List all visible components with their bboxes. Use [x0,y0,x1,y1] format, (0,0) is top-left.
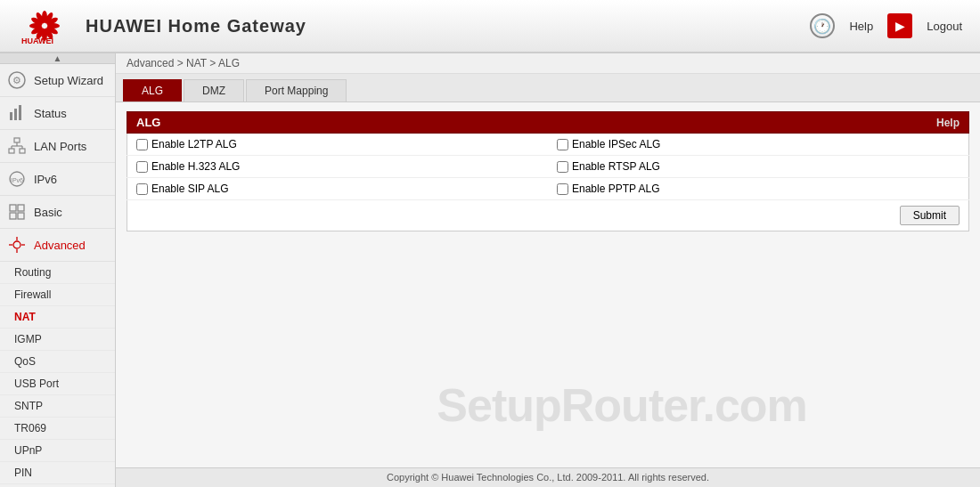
svg-rect-27 [10,205,16,211]
alg-container: ALG Help Enable L2TP ALG [127,111,969,231]
huawei-logo: HUAWEI [18,6,71,45]
svg-rect-20 [20,149,25,153]
sidebar-item-status[interactable]: Status [0,97,115,130]
svg-rect-29 [10,213,16,219]
sip-label: Enable SIP ALG [136,183,539,195]
svg-point-31 [13,241,20,248]
alg-cell-ipsec: Enable IPSec ALG [548,134,969,156]
tabs: ALG DMZ Port Mapping [116,74,980,102]
alg-cell-l2tp: Enable L2TP ALG [127,134,549,156]
wizard-icon: ⚙ [7,70,27,90]
basic-icon [7,202,27,222]
sidebar-sub-qos[interactable]: QoS [0,351,115,373]
advanced-icon [7,235,27,255]
sidebar-sub-tr069[interactable]: TR069 [0,418,115,440]
svg-rect-16 [14,109,17,120]
ipsec-label: Enable IPSec ALG [557,138,960,150]
svg-rect-17 [19,105,21,120]
l2tp-label: Enable L2TP ALG [136,138,539,150]
submit-row: Submit [127,200,969,231]
svg-rect-28 [18,205,24,211]
sidebar-item-setup-wizard[interactable]: ⚙ Setup Wizard [0,64,115,97]
logout-icon: ▶ [887,13,912,38]
alg-table: Enable L2TP ALG Enable IPSec ALG [127,134,969,231]
sidebar-sub-usb-port[interactable]: USB Port [0,373,115,395]
logout-button[interactable]: Logout [927,20,962,33]
help-button[interactable]: Help [849,20,873,33]
sidebar-sub-sntp[interactable]: SNTP [0,395,115,418]
alg-help-label: Help [936,117,960,129]
footer: Copyright © Huawei Technologies Co., Ltd… [116,467,980,487]
svg-rect-18 [14,138,20,142]
alg-cell-h323: Enable H.323 ALG [127,156,549,178]
tab-port-mapping[interactable]: Port Mapping [246,79,347,101]
svg-rect-19 [9,149,14,153]
svg-rect-30 [18,213,24,219]
sidebar-item-lan-ports[interactable]: LAN Ports [0,130,115,163]
sidebar-sub-igmp[interactable]: IGMP [0,329,115,351]
svg-text:IPv6: IPv6 [11,177,23,183]
pptp-label: Enable PPTP ALG [557,183,960,195]
alg-section-header: ALG Help [127,111,969,134]
ipv6-icon: IPv6 [7,169,27,189]
main-content: Advanced > NAT > ALG ALG DMZ Port Mappin… [116,53,980,487]
sidebar: ▲ ⚙ Setup Wizard Status [0,53,116,487]
header-left: HUAWEI HUAWEI Home Gateway [18,6,306,45]
h323-checkbox[interactable] [136,161,148,173]
table-row: Enable SIP ALG Enable PPTP ALG [127,178,969,200]
table-row: Enable L2TP ALG Enable IPSec ALG [127,134,969,156]
alg-cell-pptp: Enable PPTP ALG [548,178,969,200]
sidebar-scroll-up[interactable]: ▲ [0,53,115,64]
status-icon [7,103,27,123]
alg-cell-rtsp: Enable RTSP ALG [548,156,969,178]
app-title: HUAWEI Home Gateway [86,16,306,37]
submit-cell: Submit [127,200,969,231]
l2tp-checkbox[interactable] [136,139,148,150]
breadcrumb: Advanced > NAT > ALG [116,53,980,74]
pptp-checkbox[interactable] [557,183,568,195]
table-row: Enable H.323 ALG Enable RTSP ALG [127,156,969,178]
ipsec-checkbox[interactable] [557,139,568,150]
sidebar-sub-firewall[interactable]: Firewall [0,284,115,306]
sidebar-sub-upnp[interactable]: UPnP [0,440,115,462]
tab-dmz[interactable]: DMZ [184,79,244,101]
header: HUAWEI HUAWEI Home Gateway 🕐 Help ▶ Logo… [0,0,980,53]
clock-icon[interactable]: 🕐 [810,13,835,38]
sidebar-item-ipv6[interactable]: IPv6 IPv6 [0,163,115,196]
rtsp-label: Enable RTSP ALG [557,160,960,173]
alg-title: ALG [136,116,160,129]
sidebar-item-advanced[interactable]: Advanced [0,229,115,262]
svg-rect-15 [10,112,12,120]
content-area: SetupRouter.com ALG Help Enable L2TP ALG [116,102,980,467]
header-right: 🕐 Help ▶ Logout [810,13,962,38]
sidebar-item-basic[interactable]: Basic [0,196,115,229]
sidebar-sub-pin[interactable]: PIN [0,462,115,484]
submit-button[interactable]: Submit [900,206,960,225]
h323-label: Enable H.323 ALG [136,160,539,173]
watermark: SetupRouter.com [437,378,806,432]
sidebar-sub-routing[interactable]: Routing [0,262,115,284]
svg-text:⚙: ⚙ [12,75,21,85]
layout: ▲ ⚙ Setup Wizard Status [0,53,980,487]
lan-icon [7,136,27,156]
sidebar-sub-nat[interactable]: NAT [0,306,115,329]
tab-alg[interactable]: ALG [123,79,182,101]
rtsp-checkbox[interactable] [557,161,568,173]
alg-cell-sip: Enable SIP ALG [127,178,549,200]
sip-checkbox[interactable] [136,183,148,195]
svg-text:HUAWEI: HUAWEI [21,37,53,45]
